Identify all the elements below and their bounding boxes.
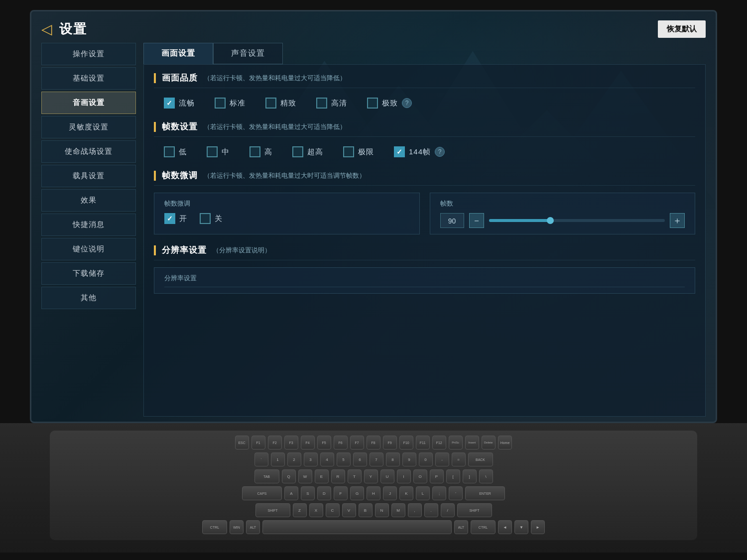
sidebar-item-3[interactable]: 灵敏度设置 — [41, 116, 136, 138]
key-backtick[interactable]: ` — [254, 452, 268, 466]
key-prtsc[interactable]: PrtSc — [449, 436, 463, 449]
key-c[interactable]: C — [326, 503, 340, 517]
finetune-on-option[interactable]: 开 — [164, 213, 187, 224]
fps-checkbox-4[interactable] — [343, 146, 354, 157]
slider-increase-button[interactable]: ＋ — [670, 213, 685, 228]
key-f11[interactable]: F11 — [416, 436, 430, 449]
key-u[interactable]: U — [380, 469, 394, 483]
key-n[interactable]: N — [375, 503, 389, 517]
key-1[interactable]: 1 — [271, 452, 285, 466]
key-f12[interactable]: F12 — [432, 436, 446, 449]
key-h[interactable]: H — [367, 486, 380, 500]
sidebar-item-4[interactable]: 使命战场设置 — [41, 140, 136, 163]
key-semicolon[interactable]: ; — [432, 486, 446, 500]
key-o[interactable]: O — [413, 469, 427, 483]
key-enter[interactable]: ENTER — [465, 486, 505, 500]
key-y[interactable]: Y — [364, 469, 378, 483]
key-arrow-down[interactable]: ▼ — [514, 520, 528, 534]
key-delete[interactable]: Delete — [482, 436, 496, 449]
key-b[interactable]: B — [359, 503, 373, 517]
key-backslash[interactable]: \ — [479, 469, 493, 483]
quality-checkbox-0[interactable] — [164, 98, 175, 109]
key-3[interactable]: 3 — [304, 452, 318, 466]
finetune-off-option[interactable]: 关 — [200, 213, 223, 224]
quality-option-2[interactable]: 精致 — [265, 98, 296, 109]
fps-option-5[interactable]: 144帧 ? — [394, 146, 445, 157]
fps-option-2[interactable]: 高 — [249, 146, 272, 157]
fps-checkbox-2[interactable] — [249, 146, 260, 157]
quality-option-0[interactable]: 流畅 — [164, 98, 195, 109]
key-f5[interactable]: F5 — [317, 436, 331, 449]
sidebar-item-8[interactable]: 键位说明 — [41, 238, 136, 260]
key-t[interactable]: T — [348, 469, 362, 483]
finetune-on-checkbox[interactable] — [164, 213, 175, 224]
key-4[interactable]: 4 — [320, 452, 334, 466]
key-s[interactable]: S — [301, 486, 315, 500]
key-win[interactable]: WIN — [230, 520, 244, 534]
key-esc[interactable]: ESC — [235, 436, 249, 449]
key-f1[interactable]: F1 — [251, 436, 265, 449]
key-bracket-left[interactable]: [ — [446, 469, 460, 483]
key-period[interactable]: . — [424, 503, 438, 517]
sidebar-item-10[interactable]: 其他 — [41, 287, 136, 309]
key-x[interactable]: X — [309, 503, 323, 517]
fps-option-3[interactable]: 超高 — [292, 146, 323, 157]
key-shift-right[interactable]: SHIFT — [457, 503, 492, 517]
key-ctrl-left[interactable]: CTRL — [202, 520, 227, 534]
key-f7[interactable]: F7 — [350, 436, 364, 449]
key-shift-left[interactable]: SHIFT — [255, 503, 290, 517]
key-z[interactable]: Z — [293, 503, 307, 517]
key-f[interactable]: F — [334, 486, 348, 500]
key-insert[interactable]: Insert — [465, 436, 479, 449]
key-g[interactable]: G — [350, 486, 364, 500]
key-d[interactable]: D — [317, 486, 331, 500]
key-backspace[interactable]: BACK — [468, 452, 493, 466]
key-tab[interactable]: TAB — [254, 469, 279, 483]
sidebar-item-2[interactable]: 音画设置 — [41, 92, 136, 114]
key-slash[interactable]: / — [441, 503, 455, 517]
restore-default-button[interactable]: 恢复默认 — [658, 20, 706, 38]
quality-checkbox-1[interactable] — [215, 98, 226, 109]
key-caps[interactable]: CAPS — [242, 486, 282, 500]
fps-checkbox-1[interactable] — [207, 146, 218, 157]
key-f10[interactable]: F10 — [399, 436, 413, 449]
fps-option-4[interactable]: 极限 — [343, 146, 374, 157]
key-ctrl-right[interactable]: CTRL — [471, 520, 496, 534]
slider-thumb[interactable] — [547, 217, 554, 224]
key-space[interactable] — [262, 520, 452, 534]
key-minus[interactable]: - — [435, 452, 449, 466]
sidebar-item-1[interactable]: 基础设置 — [41, 67, 136, 90]
quality-option-4[interactable]: 极致 ? — [367, 98, 412, 109]
key-l[interactable]: L — [416, 486, 430, 500]
fps-option-0[interactable]: 低 — [164, 146, 187, 157]
key-2[interactable]: 2 — [287, 452, 301, 466]
tab-audio-settings[interactable]: 声音设置 — [213, 43, 283, 64]
sidebar-item-5[interactable]: 载具设置 — [41, 165, 136, 187]
key-j[interactable]: J — [383, 486, 397, 500]
key-5[interactable]: 5 — [337, 452, 351, 466]
key-arrow-right[interactable]: ► — [531, 520, 545, 534]
key-r[interactable]: R — [331, 469, 345, 483]
fps-checkbox-0[interactable] — [164, 146, 175, 157]
key-q[interactable]: Q — [282, 469, 296, 483]
key-bracket-right[interactable]: ] — [463, 469, 477, 483]
key-p[interactable]: P — [430, 469, 444, 483]
key-f2[interactable]: F2 — [268, 436, 282, 449]
quality-option-3[interactable]: 高清 — [316, 98, 347, 109]
quality-checkbox-3[interactable] — [316, 98, 327, 109]
key-6[interactable]: 6 — [353, 452, 367, 466]
slider-track[interactable] — [489, 219, 665, 222]
key-alt-left[interactable]: ALT — [246, 520, 260, 534]
key-e[interactable]: E — [315, 469, 329, 483]
key-i[interactable]: I — [397, 469, 411, 483]
finetune-off-checkbox[interactable] — [200, 213, 211, 224]
fps-question-icon[interactable]: ? — [435, 147, 445, 157]
key-7[interactable]: 7 — [370, 452, 383, 466]
key-f4[interactable]: F4 — [301, 436, 315, 449]
key-m[interactable]: M — [391, 503, 405, 517]
key-0[interactable]: 0 — [419, 452, 433, 466]
key-alt-right[interactable]: ALT — [454, 520, 468, 534]
key-f3[interactable]: F3 — [284, 436, 298, 449]
quality-checkbox-2[interactable] — [265, 98, 276, 109]
key-w[interactable]: W — [298, 469, 312, 483]
